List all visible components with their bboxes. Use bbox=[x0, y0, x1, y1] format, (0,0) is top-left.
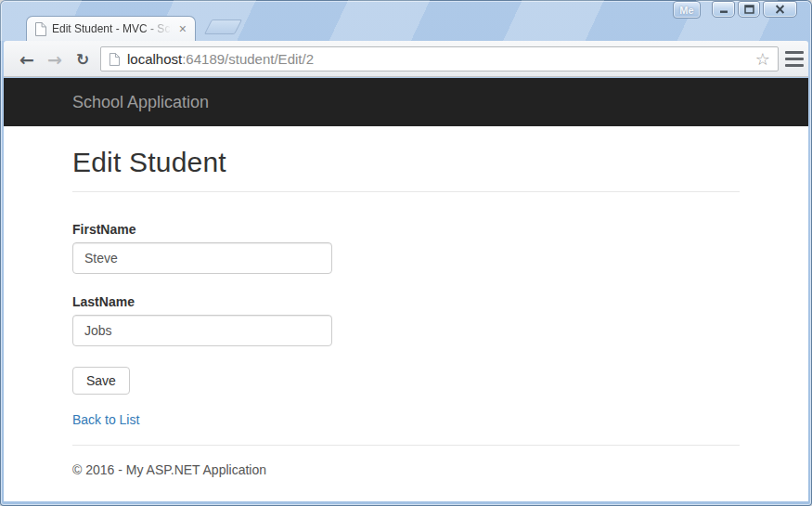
lastname-input[interactable] bbox=[72, 315, 332, 346]
maximize-icon bbox=[744, 5, 754, 14]
minimize-icon bbox=[719, 6, 728, 14]
close-button[interactable] bbox=[763, 1, 797, 18]
tab-close-icon[interactable]: × bbox=[176, 21, 189, 36]
menu-bar bbox=[785, 64, 804, 67]
forward-button[interactable]: → bbox=[43, 41, 67, 77]
menu-bar bbox=[785, 51, 804, 54]
reload-button[interactable]: ↻ bbox=[71, 41, 95, 77]
page-viewport: School Application Edit Student FirstNam… bbox=[4, 78, 808, 501]
url-path: :64189/student/Edit/2 bbox=[182, 51, 314, 67]
address-bar[interactable]: localhost:64189/student/Edit/2 ☆ bbox=[100, 46, 779, 71]
minimize-button[interactable] bbox=[712, 1, 735, 18]
navbar-brand-link[interactable]: School Application bbox=[4, 78, 209, 126]
firstname-label: FirstName bbox=[72, 222, 740, 237]
browser-toolbar: ← → ↻ localhost:64189/student/Edit/2 ☆ bbox=[4, 41, 808, 77]
page-icon bbox=[109, 53, 120, 66]
page-favicon-icon bbox=[34, 22, 46, 36]
menu-button[interactable] bbox=[784, 50, 805, 68]
divider bbox=[72, 191, 740, 192]
page-title: Edit Student bbox=[72, 147, 740, 178]
lastname-label: LastName bbox=[72, 294, 740, 309]
form-group-firstname: FirstName bbox=[72, 222, 740, 274]
tab-title: Edit Student - MVC - Scho bbox=[52, 22, 176, 35]
footer-text: © 2016 - My ASP.NET Application bbox=[72, 462, 740, 477]
maximize-button[interactable] bbox=[738, 1, 760, 18]
url-host: localhost bbox=[127, 51, 182, 67]
bookmark-star-icon[interactable]: ☆ bbox=[754, 49, 772, 69]
firstname-input[interactable] bbox=[72, 242, 332, 274]
profile-badge[interactable]: Me bbox=[673, 1, 701, 19]
browser-window: Me Edit Student - MVC - Scho × ← → ↻ bbox=[0, 0, 812, 506]
save-button[interactable]: Save bbox=[72, 367, 130, 395]
browser-tab[interactable]: Edit Student - MVC - Scho × bbox=[26, 16, 196, 41]
back-to-list-link[interactable]: Back to List bbox=[72, 412, 139, 427]
back-link-row: Back to List bbox=[72, 411, 740, 428]
menu-bar bbox=[785, 58, 804, 60]
close-icon bbox=[775, 5, 785, 14]
content-container: Edit Student FirstName LastName Save Bac… bbox=[72, 147, 740, 477]
form-group-lastname: LastName bbox=[72, 294, 740, 346]
footer-divider bbox=[72, 445, 740, 446]
new-tab-button[interactable] bbox=[204, 19, 242, 34]
back-button[interactable]: ← bbox=[15, 41, 39, 77]
navbar: School Application bbox=[4, 78, 808, 126]
url-text: localhost:64189/student/Edit/2 bbox=[127, 51, 754, 67]
